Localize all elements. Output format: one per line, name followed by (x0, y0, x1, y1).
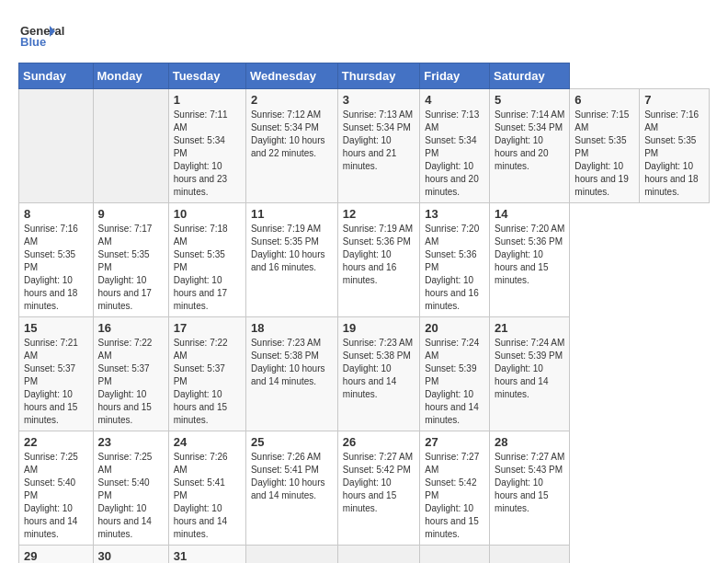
day-number: 27 (425, 435, 484, 449)
day-number: 11 (251, 207, 333, 221)
calendar-cell: 6Sunrise: 7:15 AMSunset: 5:35 PMDaylight… (570, 89, 640, 203)
calendar-cell: 7Sunrise: 7:16 AMSunset: 5:35 PMDaylight… (640, 89, 710, 203)
day-number: 15 (24, 321, 88, 335)
calendar-cell: 19Sunrise: 7:23 AMSunset: 5:38 PMDayligh… (337, 317, 419, 431)
day-number: 14 (495, 207, 564, 221)
day-info: Sunrise: 7:13 AMSunset: 5:34 PMDaylight:… (425, 109, 484, 199)
day-number: 6 (574, 93, 634, 107)
calendar-cell: 20Sunrise: 7:24 AMSunset: 5:39 PMDayligh… (420, 317, 490, 431)
weekday-header-wednesday: Wednesday (245, 63, 337, 89)
weekday-header-sunday: Sunday (19, 63, 94, 89)
calendar-week-row: 22Sunrise: 7:25 AMSunset: 5:40 PMDayligh… (19, 431, 710, 546)
svg-text:Blue: Blue (20, 35, 46, 49)
calendar-week-row: 1Sunrise: 7:11 AMSunset: 5:34 PMDaylight… (19, 89, 710, 203)
calendar-cell: 27Sunrise: 7:27 AMSunset: 5:42 PMDayligh… (420, 431, 490, 546)
day-info: Sunrise: 7:17 AMSunset: 5:35 PMDaylight:… (98, 223, 164, 313)
day-number: 22 (24, 435, 88, 449)
calendar-cell: 29Sunrise: 7:28 AMSunset: 5:44 PMDayligh… (19, 546, 94, 564)
calendar-cell: 8Sunrise: 7:16 AMSunset: 5:35 PMDaylight… (19, 203, 94, 317)
day-number: 13 (425, 207, 484, 221)
weekday-header-thursday: Thursday (337, 63, 419, 89)
calendar-cell: 13Sunrise: 7:20 AMSunset: 5:36 PMDayligh… (420, 203, 490, 317)
day-info: Sunrise: 7:22 AMSunset: 5:37 PMDaylight:… (98, 337, 164, 427)
day-info: Sunrise: 7:24 AMSunset: 5:39 PMDaylight:… (425, 337, 484, 427)
day-info: Sunrise: 7:19 AMSunset: 5:35 PMDaylight:… (251, 223, 333, 274)
calendar-cell: 2Sunrise: 7:12 AMSunset: 5:34 PMDaylight… (245, 89, 337, 203)
day-info: Sunrise: 7:23 AMSunset: 5:38 PMDaylight:… (251, 337, 333, 388)
day-info: Sunrise: 7:12 AMSunset: 5:34 PMDaylight:… (251, 109, 333, 160)
day-info: Sunrise: 7:20 AMSunset: 5:36 PMDaylight:… (495, 223, 564, 287)
calendar-cell: 24Sunrise: 7:26 AMSunset: 5:41 PMDayligh… (168, 431, 245, 546)
calendar-cell: 11Sunrise: 7:19 AMSunset: 5:35 PMDayligh… (245, 203, 337, 317)
calendar-cell: 10Sunrise: 7:18 AMSunset: 5:35 PMDayligh… (168, 203, 245, 317)
day-number: 1 (174, 93, 241, 107)
logo: General Blue (18, 18, 83, 55)
calendar-cell: 1Sunrise: 7:11 AMSunset: 5:34 PMDaylight… (168, 89, 245, 203)
calendar-cell: 23Sunrise: 7:25 AMSunset: 5:40 PMDayligh… (93, 431, 168, 546)
weekday-header-friday: Friday (420, 63, 490, 89)
day-number: 21 (495, 321, 564, 335)
day-number: 17 (174, 321, 241, 335)
calendar-week-row: 8Sunrise: 7:16 AMSunset: 5:35 PMDaylight… (19, 203, 710, 317)
calendar-cell: 12Sunrise: 7:19 AMSunset: 5:36 PMDayligh… (337, 203, 419, 317)
day-number: 3 (343, 93, 415, 107)
day-info: Sunrise: 7:16 AMSunset: 5:35 PMDaylight:… (644, 109, 704, 199)
day-info: Sunrise: 7:19 AMSunset: 5:36 PMDaylight:… (343, 223, 415, 287)
calendar-cell: 26Sunrise: 7:27 AMSunset: 5:42 PMDayligh… (337, 431, 419, 546)
day-number: 29 (24, 549, 88, 563)
calendar-cell: 31Sunrise: 7:28 AMSunset: 5:45 PMDayligh… (168, 546, 245, 564)
day-info: Sunrise: 7:27 AMSunset: 5:42 PMDaylight:… (343, 451, 415, 515)
calendar-cell: 4Sunrise: 7:13 AMSunset: 5:34 PMDaylight… (420, 89, 490, 203)
calendar-cell: 5Sunrise: 7:14 AMSunset: 5:34 PMDaylight… (490, 89, 570, 203)
day-info: Sunrise: 7:27 AMSunset: 5:42 PMDaylight:… (425, 451, 484, 541)
calendar-cell (93, 89, 168, 203)
day-number: 12 (343, 207, 415, 221)
calendar-cell: 15Sunrise: 7:21 AMSunset: 5:37 PMDayligh… (19, 317, 94, 431)
day-info: Sunrise: 7:11 AMSunset: 5:34 PMDaylight:… (174, 109, 241, 199)
calendar-cell: 14Sunrise: 7:20 AMSunset: 5:36 PMDayligh… (490, 203, 570, 317)
calendar-cell (337, 546, 419, 564)
day-number: 8 (24, 207, 88, 221)
day-number: 9 (98, 207, 164, 221)
day-info: Sunrise: 7:23 AMSunset: 5:38 PMDaylight:… (343, 337, 415, 401)
day-number: 20 (425, 321, 484, 335)
weekday-header-saturday: Saturday (490, 63, 570, 89)
day-info: Sunrise: 7:20 AMSunset: 5:36 PMDaylight:… (425, 223, 484, 313)
day-number: 25 (251, 435, 333, 449)
calendar-cell: 16Sunrise: 7:22 AMSunset: 5:37 PMDayligh… (93, 317, 168, 431)
logo-icon: General Blue (18, 18, 83, 55)
calendar-week-row: 15Sunrise: 7:21 AMSunset: 5:37 PMDayligh… (19, 317, 710, 431)
calendar-cell: 17Sunrise: 7:22 AMSunset: 5:37 PMDayligh… (168, 317, 245, 431)
calendar-cell (245, 546, 337, 564)
day-number: 16 (98, 321, 164, 335)
calendar-cell: 3Sunrise: 7:13 AMSunset: 5:34 PMDaylight… (337, 89, 419, 203)
day-info: Sunrise: 7:21 AMSunset: 5:37 PMDaylight:… (24, 337, 88, 427)
weekday-header-monday: Monday (93, 63, 168, 89)
day-number: 26 (343, 435, 415, 449)
calendar-cell: 28Sunrise: 7:27 AMSunset: 5:43 PMDayligh… (490, 431, 570, 546)
calendar-cell (420, 546, 490, 564)
day-number: 28 (495, 435, 564, 449)
day-number: 10 (174, 207, 241, 221)
calendar-cell: 18Sunrise: 7:23 AMSunset: 5:38 PMDayligh… (245, 317, 337, 431)
weekday-header-tuesday: Tuesday (168, 63, 245, 89)
calendar-cell (19, 89, 94, 203)
day-info: Sunrise: 7:24 AMSunset: 5:39 PMDaylight:… (495, 337, 564, 401)
calendar-week-row: 29Sunrise: 7:28 AMSunset: 5:44 PMDayligh… (19, 546, 710, 564)
page-header: General Blue (18, 18, 710, 55)
day-info: Sunrise: 7:14 AMSunset: 5:34 PMDaylight:… (495, 109, 564, 173)
day-info: Sunrise: 7:25 AMSunset: 5:40 PMDaylight:… (24, 451, 88, 541)
calendar-cell: 21Sunrise: 7:24 AMSunset: 5:39 PMDayligh… (490, 317, 570, 431)
day-number: 5 (495, 93, 564, 107)
weekday-header-row: SundayMondayTuesdayWednesdayThursdayFrid… (19, 63, 710, 89)
day-number: 31 (174, 549, 241, 563)
calendar-container: General Blue SundayMondayTuesdayWednesda… (18, 18, 710, 563)
calendar-cell: 25Sunrise: 7:26 AMSunset: 5:41 PMDayligh… (245, 431, 337, 546)
day-info: Sunrise: 7:27 AMSunset: 5:43 PMDaylight:… (495, 451, 564, 515)
calendar-cell: 9Sunrise: 7:17 AMSunset: 5:35 PMDaylight… (93, 203, 168, 317)
day-info: Sunrise: 7:18 AMSunset: 5:35 PMDaylight:… (174, 223, 241, 313)
day-info: Sunrise: 7:16 AMSunset: 5:35 PMDaylight:… (24, 223, 88, 313)
day-info: Sunrise: 7:15 AMSunset: 5:35 PMDaylight:… (574, 109, 634, 199)
day-number: 24 (174, 435, 241, 449)
day-info: Sunrise: 7:13 AMSunset: 5:34 PMDaylight:… (343, 109, 415, 173)
